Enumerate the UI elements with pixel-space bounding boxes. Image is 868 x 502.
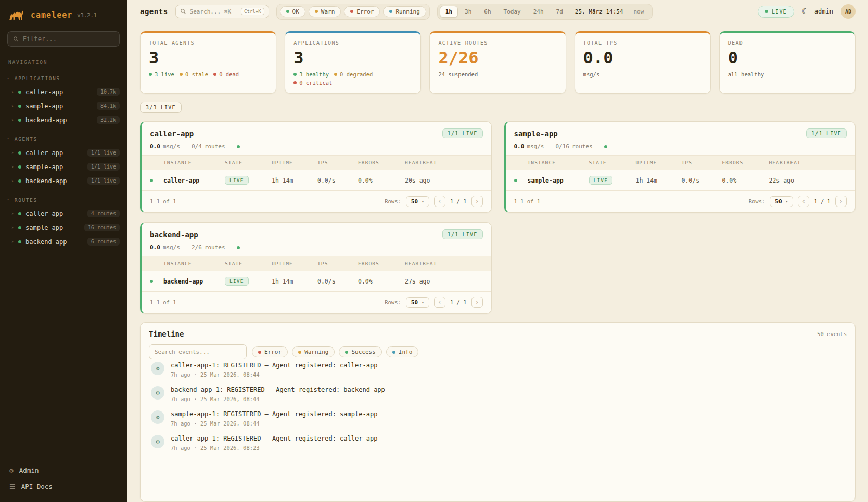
sidebar-item-sample-app[interactable]: › sample-app 16 routes — [0, 221, 127, 235]
sidebar-item-caller-app[interactable]: › caller-app 10.7k — [0, 85, 127, 99]
stat-sub-text: 24 suspended — [438, 71, 478, 78]
section-items: › caller-app 4 routes › sample-app 16 ro… — [0, 207, 127, 249]
sidebar-footer: ⚙ Admin ☰ API Docs — [0, 458, 127, 502]
sidebar-item-label: backend-app — [25, 117, 67, 124]
next-page-button[interactable]: › — [471, 297, 483, 308]
timeline-event[interactable]: ⚙ backend-app-1: REGISTERED — Agent regi… — [149, 382, 847, 406]
column-header-heartbeat: HEARTBEAT — [405, 261, 483, 266]
rows-per-page-select[interactable]: 50 ▾ — [406, 196, 429, 207]
global-search[interactable]: Ctrl+K — [175, 5, 269, 18]
pagination-range: 1-1 of 1 — [514, 198, 541, 204]
status-filter-warn[interactable]: Warn — [309, 6, 341, 17]
time-range-7d[interactable]: 7d — [551, 6, 569, 18]
stats-row: TOTAL AGENTS 3 3 live0 stale0 dead APPLI… — [140, 31, 856, 94]
table-row[interactable]: backend-app LIVE 1h 14m 0.0/s 0.0% 27s a… — [142, 271, 491, 292]
stat-value: 0 — [728, 49, 847, 66]
row-tps: 0.0/s — [317, 177, 358, 184]
stat-sub-text: 0 degraded — [340, 71, 373, 78]
page-title: agents — [140, 7, 168, 16]
sidebar-item-badge: 6 routes — [87, 238, 120, 246]
timeline-filter-info[interactable]: Info — [386, 346, 419, 357]
row-instance: backend-app — [163, 278, 225, 285]
app-card-header: sample-app 1/1 LIVE — [506, 122, 856, 142]
timeline-event[interactable]: ⚙ sample-app-1: REGISTERED — Agent regis… — [149, 406, 847, 431]
status-dot — [18, 226, 21, 229]
global-search-input[interactable] — [190, 8, 237, 15]
timeline-card: Timeline 50 events Error Warning Success… — [140, 322, 856, 502]
dark-mode-toggle-icon[interactable]: ☾ — [802, 7, 807, 16]
timeline-filter-success[interactable]: Success — [339, 346, 381, 357]
stat-sub-text: 3 healthy — [299, 71, 329, 78]
status-dot — [18, 119, 21, 122]
chevron-right-icon: › — [11, 239, 14, 244]
rows-value: 50 — [411, 299, 418, 306]
sidebar-item-sample-app[interactable]: › sample-app 84.1k — [0, 99, 127, 113]
timeline-event[interactable]: ⚙ caller-app-1: REGISTERED — Agent regis… — [149, 431, 847, 455]
stat-label: TOTAL TPS — [583, 40, 702, 46]
stat-sub-item: 3 live — [149, 71, 174, 78]
timeline-event[interactable]: ⚙ caller-app-1: REGISTERED — Agent regis… — [149, 362, 847, 382]
time-range-24h[interactable]: 24h — [528, 6, 550, 18]
sidebar-item-backend-app[interactable]: › backend-app 1/1 live — [0, 174, 127, 188]
sidebar-item-caller-app[interactable]: › caller-app 4 routes — [0, 207, 127, 221]
app-rate-unit: msg/s — [163, 244, 180, 251]
search-icon — [180, 8, 186, 15]
filter-pill-label: Warning — [304, 349, 328, 355]
table-row[interactable]: caller-app LIVE 1h 14m 0.0/s 0.0% 20s ag… — [142, 170, 491, 191]
prev-page-button[interactable]: ‹ — [434, 297, 445, 308]
time-range-6h[interactable]: 6h — [478, 6, 496, 18]
row-status-dot — [514, 179, 517, 182]
table-row[interactable]: sample-app LIVE 1h 14m 0.0/s 0.0% 22s ag… — [506, 170, 856, 191]
app-health-dot — [237, 246, 240, 249]
table-header: INSTANCESTATEUPTIMETPSERRORSHEARTBEAT — [506, 155, 856, 170]
header-right: LIVE ☾ admin AD — [758, 4, 856, 19]
section-bullet-icon: · — [6, 135, 11, 143]
status-dot — [293, 81, 297, 84]
time-range-3h[interactable]: 3h — [459, 6, 477, 18]
timeline-filter-warning[interactable]: Warning — [292, 346, 335, 357]
sidebar-item-backend-app[interactable]: › backend-app 32.2k — [0, 113, 127, 127]
prev-page-button[interactable]: ‹ — [798, 196, 809, 207]
section-title-text: ROUTES — [15, 197, 37, 203]
filter-pill-label: Error — [356, 8, 374, 15]
page-indicator: 1 / 1 — [814, 198, 831, 204]
section-bullet-icon: · — [6, 196, 11, 203]
section-title: · ROUTES — [0, 188, 127, 207]
next-page-button[interactable]: › — [835, 196, 847, 207]
event-list[interactable]: ⚙ caller-app-1: REGISTERED — Agent regis… — [149, 362, 847, 501]
status-filter-running[interactable]: Running — [383, 6, 426, 17]
next-page-button[interactable]: › — [471, 196, 483, 207]
sidebar-item-caller-app[interactable]: › caller-app 1/1 live — [0, 146, 127, 160]
event-gear-icon: ⚙ — [151, 386, 164, 400]
sidebar-item-backend-app[interactable]: › backend-app 6 routes — [0, 235, 127, 249]
sidebar-item-api-docs[interactable]: ☰ API Docs — [9, 483, 118, 491]
time-range-1h[interactable]: 1h — [440, 6, 458, 18]
sidebar-item-admin[interactable]: ⚙ Admin — [9, 467, 118, 474]
column-header-heartbeat: HEARTBEAT — [405, 160, 483, 165]
rows-per-page-select[interactable]: 50 ▾ — [406, 297, 429, 308]
sidebar-filter-input[interactable] — [23, 35, 114, 43]
timeline-search-input[interactable] — [149, 344, 247, 359]
timeline-title: Timeline — [149, 330, 184, 338]
timeline-filter-error[interactable]: Error — [252, 346, 288, 357]
sidebar-item-sample-app[interactable]: › sample-app 1/1 live — [0, 160, 127, 174]
api-docs-label: API Docs — [21, 483, 53, 491]
stat-sub-item: msg/s — [583, 71, 600, 78]
prev-page-button[interactable]: ‹ — [434, 196, 445, 207]
chevron-right-icon: › — [11, 89, 14, 95]
status-filter-ok[interactable]: OK — [280, 6, 305, 17]
sidebar-item-badge: 32.2k — [97, 116, 120, 124]
time-range-today[interactable]: Today — [498, 6, 527, 18]
app-rate-unit: msg/s — [527, 143, 544, 150]
rows-per-page-select[interactable]: 50 ▾ — [770, 196, 793, 207]
stat-card-total-agents: TOTAL AGENTS 3 3 live0 stale0 dead — [140, 31, 276, 94]
status-filter-error[interactable]: Error — [344, 6, 380, 17]
sidebar-item-badge: 10.7k — [97, 88, 120, 96]
status-dot — [213, 73, 216, 76]
status-dot — [315, 10, 318, 13]
live-dot — [765, 10, 768, 13]
avatar[interactable]: AD — [841, 4, 856, 19]
app-routes-fraction: 0/16 — [556, 143, 570, 150]
stat-sub-item: 24 suspended — [438, 71, 478, 78]
camel-logo-icon — [8, 8, 26, 22]
